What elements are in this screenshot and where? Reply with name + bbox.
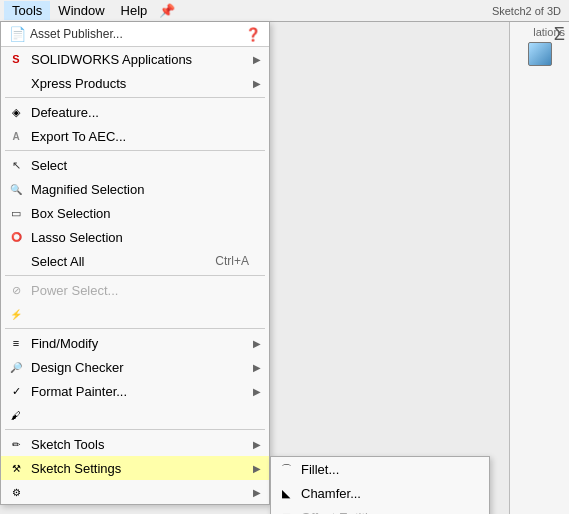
- publisher-area: 📄 Asset Publisher... ❓: [1, 22, 269, 47]
- menu-help[interactable]: Help: [113, 1, 156, 20]
- publisher-label: Asset Publisher...: [30, 27, 241, 41]
- box-selection-label: Box Selection: [31, 206, 111, 221]
- xpress-icon: [7, 74, 25, 92]
- cube-icon: [528, 42, 552, 66]
- export-aec-label: Export To AEC...: [31, 129, 126, 144]
- solidworks-icon: [7, 50, 25, 68]
- find-modify-label: Design Checker: [31, 360, 124, 375]
- menu-item-format-painter[interactable]: [1, 403, 269, 427]
- top-menu-bar: Tools Window Help 📌 Sketch2 of 3D: [0, 0, 569, 22]
- sketch-entities-arrow: ▶: [253, 439, 261, 450]
- publisher-icon: 📄: [9, 26, 26, 42]
- menu-item-export-aec[interactable]: Export To AEC...: [1, 124, 269, 148]
- menu-item-invert: Power Select...: [1, 278, 269, 302]
- menu-item-lasso[interactable]: Lasso Selection: [1, 225, 269, 249]
- menu-item-power-select: [1, 302, 269, 326]
- select-all-label: Select All: [31, 254, 84, 269]
- menu-window[interactable]: Window: [50, 1, 112, 20]
- xpress-arrow: ▶: [253, 78, 261, 89]
- lasso-icon: [7, 228, 25, 246]
- compare-arrow: ▶: [253, 338, 261, 349]
- find-arrow: ▶: [253, 362, 261, 373]
- invert-label: Power Select...: [31, 283, 118, 298]
- design-icon: [7, 382, 25, 400]
- sketch-tools-submenu: Fillet... Chamfer... ⊡ Offset Entities..…: [270, 456, 490, 514]
- menu-item-solidworks-apps[interactable]: SOLIDWORKS Applications ▶: [1, 47, 269, 71]
- aec-icon: [7, 127, 25, 145]
- compare-label: Find/Modify: [31, 336, 98, 351]
- submenu-offset-entities: ⊡ Offset Entities...: [271, 505, 489, 514]
- chamfer-icon: [277, 484, 295, 502]
- offset-entities-icon: ⊡: [277, 508, 295, 514]
- menu-item-sketch-settings[interactable]: ▶: [1, 480, 269, 504]
- lasso-label: Lasso Selection: [31, 230, 123, 245]
- box-icon: [7, 204, 25, 222]
- power-icon: [7, 305, 25, 323]
- menu-item-find-modify[interactable]: Design Checker ▶: [1, 355, 269, 379]
- fillet-icon: [277, 460, 295, 478]
- submenu-fillet[interactable]: Fillet...: [271, 457, 489, 481]
- menu-item-sketch-tools[interactable]: Sketch Settings ▶ Fillet... Chamfer... ⊡…: [1, 456, 269, 480]
- submenu-chamfer[interactable]: Chamfer...: [271, 481, 489, 505]
- sep2: [5, 150, 265, 151]
- defeature-label: Defeature...: [31, 105, 99, 120]
- sigma-icon: Σ: [552, 22, 567, 47]
- offset-entities-label: Offset Entities...: [301, 510, 393, 515]
- menu-tools[interactable]: Tools: [4, 1, 50, 20]
- sketch-entities-icon: [7, 435, 25, 453]
- sketch-tools-icon: [7, 459, 25, 477]
- defeature-icon: ◈: [7, 103, 25, 121]
- sep4: [5, 328, 265, 329]
- right-panel: lations: [509, 22, 569, 514]
- menu-item-design-checker[interactable]: Format Painter... ▶: [1, 379, 269, 403]
- menu-item-compare[interactable]: Find/Modify ▶: [1, 331, 269, 355]
- design-arrow: ▶: [253, 386, 261, 397]
- sketch-entities-label: Sketch Tools: [31, 437, 104, 452]
- compare-icon: [7, 334, 25, 352]
- submenu-arrow: ▶: [253, 54, 261, 65]
- sep1: [5, 97, 265, 98]
- sep3: [5, 275, 265, 276]
- select-all-shortcut: Ctrl+A: [215, 254, 249, 268]
- chamfer-label: Chamfer...: [301, 486, 361, 501]
- sketch-tools-label: Sketch Settings: [31, 461, 121, 476]
- select-all-icon: [7, 252, 25, 270]
- sketch-settings-icon: [7, 483, 25, 501]
- tools-menu: 📄 Asset Publisher... ❓ SOLIDWORKS Applic…: [0, 22, 270, 505]
- menu-item-select[interactable]: Select: [1, 153, 269, 177]
- select-label: Select: [31, 158, 67, 173]
- invert-icon: [7, 281, 25, 299]
- find-icon: [7, 358, 25, 376]
- publisher-help-icon: ❓: [245, 27, 261, 42]
- menu-item-xpress[interactable]: Xpress Products ▶: [1, 71, 269, 95]
- menu-item-magnified[interactable]: Magnified Selection: [1, 177, 269, 201]
- select-icon: [7, 156, 25, 174]
- menu-item-select-all[interactable]: Select All Ctrl+A: [1, 249, 269, 273]
- menu-item-defeature[interactable]: ◈ Defeature...: [1, 100, 269, 124]
- solidworks-apps-label: SOLIDWORKS Applications: [31, 52, 192, 67]
- xpress-label: Xpress Products: [31, 76, 126, 91]
- sketch-tools-arrow: ▶: [253, 463, 261, 474]
- sketch-settings-arrow: ▶: [253, 487, 261, 498]
- format-icon: [7, 406, 25, 424]
- sep5: [5, 429, 265, 430]
- design-checker-label: Format Painter...: [31, 384, 127, 399]
- magnified-label: Magnified Selection: [31, 182, 144, 197]
- fillet-label: Fillet...: [301, 462, 339, 477]
- menu-item-sketch-entities[interactable]: Sketch Tools ▶: [1, 432, 269, 456]
- menu-item-box-selection[interactable]: Box Selection: [1, 201, 269, 225]
- sketch-tab-label: Sketch2 of 3D: [492, 5, 565, 17]
- pin-icon[interactable]: 📌: [159, 3, 175, 18]
- magnify-icon: [7, 180, 25, 198]
